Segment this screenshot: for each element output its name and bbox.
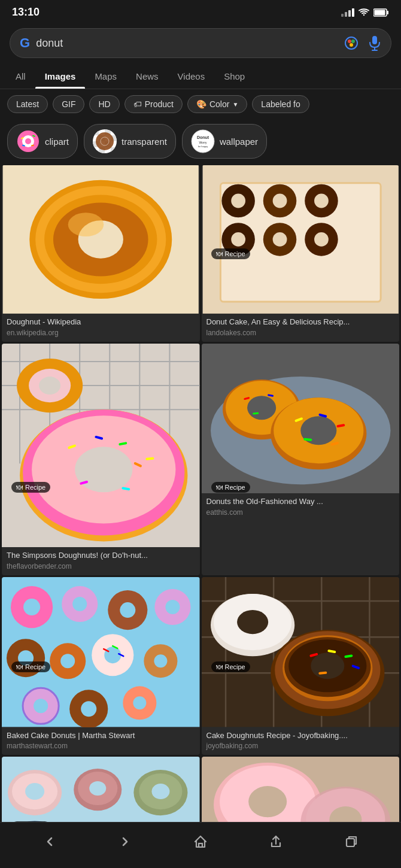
svg-point-54	[314, 232, 329, 247]
battery-icon	[373, 8, 389, 17]
grid-item-2-source: landolakes.com	[206, 329, 395, 337]
image-4	[202, 344, 400, 493]
grid-item-1[interactable]: Doughnut - Wikipedia en.wikipedia.org	[2, 165, 200, 342]
svg-point-89	[300, 416, 336, 445]
recipe-icon-6: 🍽	[216, 663, 223, 670]
grid-item-3[interactable]: 🍽 Recipe The Simpsons Doughnuts! (or Do'…	[2, 344, 200, 575]
svg-point-97	[23, 599, 40, 615]
tab-shop[interactable]: Shop	[214, 64, 254, 89]
svg-point-46	[272, 194, 287, 208]
search-bar[interactable]: G donut	[10, 28, 391, 58]
svg-text:Worry: Worry	[199, 141, 207, 144]
lens-icon[interactable]	[343, 35, 360, 51]
back-icon	[42, 834, 57, 849]
status-icons	[341, 8, 389, 17]
bottom-nav	[0, 822, 401, 868]
suggestion-clipart[interactable]: clipart	[7, 124, 78, 159]
filter-gif-label: GIF	[62, 99, 75, 109]
image-3	[2, 344, 200, 548]
clipart-thumb	[16, 129, 40, 153]
chevron-down-icon: ▼	[232, 101, 238, 108]
grid-item-5-info: Baked Cake Donuts | Martha Stewart marth…	[2, 727, 200, 755]
svg-point-83	[247, 396, 276, 420]
forward-icon	[118, 834, 132, 849]
svg-point-115	[81, 701, 96, 717]
svg-point-52	[272, 232, 287, 247]
svg-rect-7	[372, 36, 377, 44]
svg-rect-171	[347, 839, 354, 846]
suggestion-transparent[interactable]: transparent	[84, 124, 176, 159]
grid-item-1-info: Doughnut - Wikipedia en.wikipedia.org	[2, 314, 200, 342]
status-time: 13:10	[12, 6, 40, 19]
svg-point-48	[314, 194, 329, 208]
svg-point-113	[34, 699, 48, 713]
google-logo: G	[20, 35, 30, 51]
suggestion-wallpaper[interactable]: Donut Worry be happy wallpaper	[182, 124, 267, 159]
tab-maps[interactable]: Maps	[85, 64, 126, 89]
svg-point-107	[60, 654, 75, 668]
wallpaper-label: wallpaper	[220, 136, 258, 147]
tabs-button[interactable]	[335, 831, 368, 856]
svg-rect-170	[199, 843, 202, 847]
svg-point-152	[151, 784, 169, 799]
grid-item-6-info: Cake Doughnuts Recipe - Joyofbaking.... …	[202, 727, 400, 755]
tabs-icon	[344, 834, 359, 849]
filter-color[interactable]: 🎨 Color ▼	[187, 95, 247, 113]
filter-product[interactable]: 🏷 Product	[124, 95, 183, 113]
svg-point-117	[133, 696, 146, 709]
image-2	[202, 165, 400, 314]
filter-product-label: Product	[145, 99, 174, 109]
svg-rect-18	[93, 129, 99, 135]
svg-rect-25	[111, 147, 117, 153]
search-query[interactable]: donut	[36, 37, 337, 50]
svg-point-137	[311, 652, 344, 679]
grid-item-2-title: Donut Cake, An Easy & Delicious Recip...	[206, 317, 395, 327]
svg-text:be happy: be happy	[198, 145, 208, 148]
grid-item-5-title: Baked Cake Donuts | Martha Stewart	[7, 731, 195, 741]
tab-all[interactable]: All	[6, 64, 35, 89]
grid-item-3-info: The Simpsons Doughnuts! (or Do'h-nut... …	[2, 547, 200, 575]
color-palette-icon: 🎨	[196, 99, 206, 109]
svg-point-4	[348, 40, 351, 43]
svg-point-39	[68, 213, 104, 236]
grid-item-1-source: en.wikipedia.org	[7, 329, 195, 337]
grid-item-5[interactable]: 🍽 Recipe Baked Cake Donuts | Martha Stew…	[2, 577, 200, 755]
image-1	[2, 165, 200, 314]
filter-latest-label: Latest	[16, 99, 39, 109]
forward-button[interactable]	[108, 831, 142, 856]
tab-videos[interactable]: Videos	[168, 64, 215, 89]
share-button[interactable]	[259, 831, 293, 856]
back-button[interactable]	[33, 831, 66, 856]
tab-news[interactable]: News	[126, 64, 168, 89]
grid-item-2[interactable]: 🍽 Recipe Donut Cake, An Easy & Delicious…	[202, 165, 400, 342]
recipe-icon-5: 🍽	[16, 663, 23, 670]
home-button[interactable]	[184, 831, 217, 856]
svg-point-111	[154, 654, 167, 667]
svg-point-146	[25, 783, 44, 800]
image-6	[202, 577, 400, 727]
filter-hd-label: HD	[98, 99, 110, 109]
grid-item-4[interactable]: 🍽 Recipe Donuts the Old-Fashioned Way ..…	[202, 344, 400, 575]
svg-point-71	[75, 447, 132, 492]
grid-item-5-source: marthastewart.com	[7, 742, 195, 750]
svg-point-99	[72, 597, 87, 611]
recipe-icon-3: 🍽	[16, 484, 23, 491]
filter-labeled[interactable]: Labeled fo	[252, 95, 309, 113]
tab-images[interactable]: Images	[35, 64, 86, 89]
filter-row: Latest GIF HD 🏷 Product 🎨 Color ▼ Labele…	[0, 89, 401, 119]
filter-labeled-label: Labeled fo	[261, 99, 300, 109]
svg-point-67	[39, 377, 60, 394]
svg-point-131	[237, 610, 268, 634]
filter-hd[interactable]: HD	[89, 95, 119, 113]
filter-latest[interactable]: Latest	[7, 95, 48, 113]
mic-icon[interactable]	[368, 35, 381, 51]
svg-point-101	[120, 602, 135, 618]
filter-gif[interactable]: GIF	[53, 95, 84, 113]
svg-point-50	[231, 232, 245, 247]
home-icon	[193, 834, 208, 849]
svg-point-12	[25, 138, 31, 144]
grid-item-2-info: Donut Cake, An Easy & Delicious Recip...…	[202, 314, 400, 342]
grid-item-6-source: joyofbaking.com	[206, 742, 395, 750]
grid-item-6[interactable]: 🍽 Recipe Cake Doughnuts Recipe - Joyofba…	[202, 577, 400, 755]
grid-item-3-title: The Simpsons Doughnuts! (or Do'h-nut...	[7, 551, 195, 561]
